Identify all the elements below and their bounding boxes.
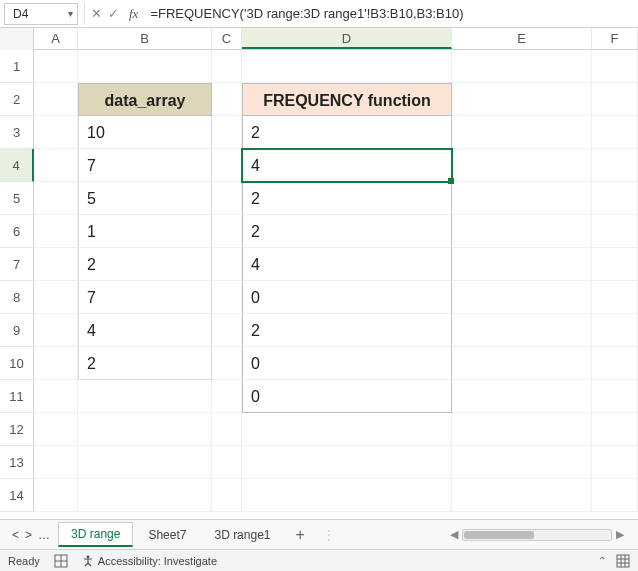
hscroll-right-icon[interactable]: ▶ [612, 528, 628, 541]
row-header-5[interactable]: 5 [0, 182, 34, 215]
cell-B8[interactable]: 7 [78, 281, 212, 314]
cell-F4[interactable] [592, 149, 638, 182]
cell-A7[interactable] [34, 248, 78, 281]
cell-A3[interactable] [34, 116, 78, 149]
cell-E14[interactable] [452, 479, 592, 512]
cell-E9[interactable] [452, 314, 592, 347]
row-header-6[interactable]: 6 [0, 215, 34, 248]
row-header-8[interactable]: 8 [0, 281, 34, 314]
cell-F14[interactable] [592, 479, 638, 512]
cell-E10[interactable] [452, 347, 592, 380]
cell-C4[interactable] [212, 149, 242, 182]
cell-A9[interactable] [34, 314, 78, 347]
cell-D3[interactable]: 2 [242, 116, 452, 149]
cell-C8[interactable] [212, 281, 242, 314]
cell-A11[interactable] [34, 380, 78, 413]
cell-E5[interactable] [452, 182, 592, 215]
cell-E7[interactable] [452, 248, 592, 281]
cell-A5[interactable] [34, 182, 78, 215]
cell-A13[interactable] [34, 446, 78, 479]
row-header-12[interactable]: 12 [0, 413, 34, 446]
cell-D5[interactable]: 2 [242, 182, 452, 215]
cell-A6[interactable] [34, 215, 78, 248]
cell-A10[interactable] [34, 347, 78, 380]
tab-more-icon[interactable]: … [38, 528, 50, 542]
cell-B12[interactable] [78, 413, 212, 446]
cell-D2-header[interactable]: FREQUENCY function [242, 83, 452, 116]
tab-prev-icon[interactable]: < [12, 528, 19, 542]
cell-F3[interactable] [592, 116, 638, 149]
row-header-3[interactable]: 3 [0, 116, 34, 149]
cell-F11[interactable] [592, 380, 638, 413]
tab-3d-range1[interactable]: 3D range1 [201, 523, 283, 547]
cell-E2[interactable] [452, 83, 592, 116]
formula-input[interactable]: =FREQUENCY('3D range:3D range1'!B3:B10,B… [146, 3, 634, 25]
cell-F1[interactable] [592, 50, 638, 83]
select-all-corner[interactable] [0, 28, 34, 50]
cell-C10[interactable] [212, 347, 242, 380]
cell-A12[interactable] [34, 413, 78, 446]
cell-B4[interactable]: 7 [78, 149, 212, 182]
cell-C3[interactable] [212, 116, 242, 149]
cell-F5[interactable] [592, 182, 638, 215]
cell-A8[interactable] [34, 281, 78, 314]
col-header-F[interactable]: F [592, 28, 638, 49]
cell-E6[interactable] [452, 215, 592, 248]
view-normal-icon[interactable] [616, 554, 630, 568]
cell-B2-header[interactable]: data_array [78, 83, 212, 116]
cell-A1[interactable] [34, 50, 78, 83]
cell-B3[interactable]: 10 [78, 116, 212, 149]
chevron-down-icon[interactable]: ▾ [68, 8, 73, 19]
cell-F8[interactable] [592, 281, 638, 314]
hscroll-track[interactable] [462, 529, 612, 541]
cell-C13[interactable] [212, 446, 242, 479]
tab-3d-range[interactable]: 3D range [58, 522, 133, 547]
cell-E13[interactable] [452, 446, 592, 479]
cell-C1[interactable] [212, 50, 242, 83]
cell-A2[interactable] [34, 83, 78, 116]
add-sheet-icon[interactable]: + [286, 526, 315, 544]
caret-up-icon[interactable]: ⌃ [598, 555, 606, 566]
cell-C11[interactable] [212, 380, 242, 413]
cell-D6[interactable]: 2 [242, 215, 452, 248]
cell-A4[interactable] [34, 149, 78, 182]
row-header-13[interactable]: 13 [0, 446, 34, 479]
cell-C14[interactable] [212, 479, 242, 512]
cell-D10[interactable]: 0 [242, 347, 452, 380]
cell-C2[interactable] [212, 83, 242, 116]
row-header-2[interactable]: 2 [0, 83, 34, 116]
cell-B1[interactable] [78, 50, 212, 83]
name-box[interactable]: D4 ▾ [4, 3, 78, 25]
row-header-4[interactable]: 4 [0, 149, 34, 182]
cell-D14[interactable] [242, 479, 452, 512]
cell-D11[interactable]: 0 [242, 380, 452, 413]
cell-B14[interactable] [78, 479, 212, 512]
cell-B9[interactable]: 4 [78, 314, 212, 347]
cell-C7[interactable] [212, 248, 242, 281]
cell-D7[interactable]: 4 [242, 248, 452, 281]
cell-D12[interactable] [242, 413, 452, 446]
cell-C6[interactable] [212, 215, 242, 248]
row-header-1[interactable]: 1 [0, 50, 34, 83]
cell-D4-selected[interactable]: 4 [242, 149, 452, 182]
cell-E8[interactable] [452, 281, 592, 314]
cell-F10[interactable] [592, 347, 638, 380]
cell-F6[interactable] [592, 215, 638, 248]
cell-D13[interactable] [242, 446, 452, 479]
cell-F9[interactable] [592, 314, 638, 347]
hscroll-thumb[interactable] [464, 531, 534, 539]
fx-icon[interactable]: fx [129, 6, 138, 22]
row-header-9[interactable]: 9 [0, 314, 34, 347]
row-header-7[interactable]: 7 [0, 248, 34, 281]
cell-B7[interactable]: 2 [78, 248, 212, 281]
row-header-11[interactable]: 11 [0, 380, 34, 413]
cell-B13[interactable] [78, 446, 212, 479]
cell-B11[interactable] [78, 380, 212, 413]
row-header-14[interactable]: 14 [0, 479, 34, 512]
fill-handle[interactable] [448, 178, 454, 184]
cell-E11[interactable] [452, 380, 592, 413]
cell-D8[interactable]: 0 [242, 281, 452, 314]
cell-E4[interactable] [452, 149, 592, 182]
col-header-C[interactable]: C [212, 28, 242, 49]
cell-E3[interactable] [452, 116, 592, 149]
